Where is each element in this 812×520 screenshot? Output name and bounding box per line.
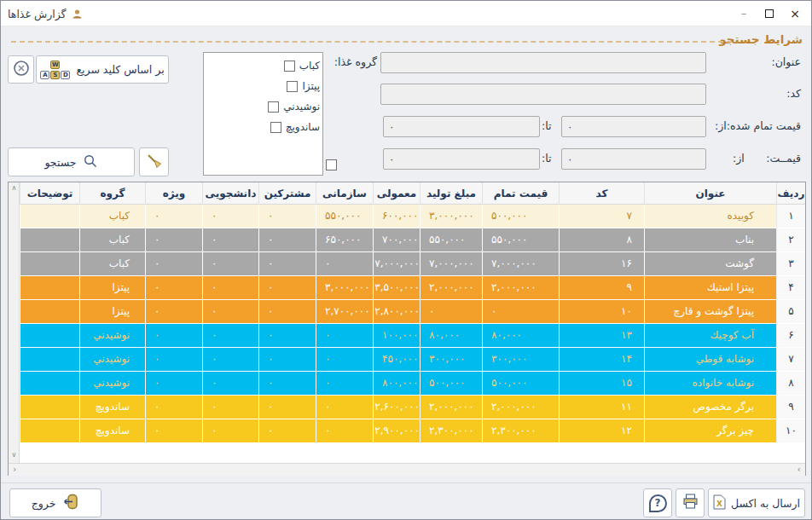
cell-normal-price[interactable]: ۲,۸۰۰,۰۰۰ (373, 300, 420, 324)
column-header-normal-price[interactable]: معمولی (373, 182, 420, 205)
select-all-groups-checkbox[interactable] (326, 159, 337, 170)
column-header-code[interactable]: کد (559, 182, 644, 205)
cell-subscribers-price[interactable]: ۰ (258, 419, 316, 443)
cell-radif[interactable]: ۴ (776, 276, 805, 300)
cell-production-amount[interactable]: ۰ (420, 300, 482, 324)
cell-title[interactable]: برگر مخصوص (644, 396, 776, 419)
table-row[interactable]: ۸نوشابه خانواده۱۵۵۰۰,۰۰۰۵۰۰,۰۰۰۸۰۰,۰۰۰۰۰… (20, 372, 805, 396)
group-option-checkbox[interactable] (270, 122, 281, 133)
clear-quick-key-button[interactable] (8, 55, 34, 84)
cell-notes[interactable] (20, 276, 79, 300)
cell-group[interactable]: نوشیدني (79, 324, 145, 348)
cell-subscribers-price[interactable]: ۰ (258, 205, 316, 228)
cell-radif[interactable]: ۹ (776, 396, 805, 419)
cell-radif[interactable]: ۶ (776, 324, 805, 348)
cell-student-price[interactable]: ۰ (202, 252, 258, 276)
cell-notes[interactable] (20, 205, 79, 228)
cell-code[interactable]: ۱۱ (559, 396, 644, 419)
column-header-organizational-price[interactable]: سازمانی (316, 182, 373, 205)
cell-title[interactable]: چیز برگر (644, 419, 776, 443)
cell-subscribers-price[interactable]: ۰ (258, 396, 316, 419)
quick-key-button[interactable]: W A S D بر اساس کلید سریع (36, 55, 169, 84)
cell-subscribers-price[interactable]: ۰ (258, 372, 316, 396)
cell-production-amount[interactable]: ۵۵۰,۰۰۰ (420, 228, 482, 252)
cell-notes[interactable] (20, 324, 79, 348)
cell-special-price[interactable]: ۰ (145, 372, 202, 396)
scroll-up-icon[interactable]: ∧ (9, 182, 20, 194)
cell-organizational-price[interactable]: ۲,۷۰۰,۰۰۰ (316, 300, 373, 324)
table-row[interactable]: ۵پیتزا گوشت و قارچ۱۰۰۰۲,۸۰۰,۰۰۰۲,۷۰۰,۰۰۰… (20, 300, 805, 324)
cell-special-price[interactable]: ۰ (145, 276, 202, 300)
cell-code[interactable]: ۱۳ (559, 324, 644, 348)
cell-group[interactable]: نوشیدني (79, 372, 145, 396)
cell-code[interactable]: ۱۶ (559, 252, 644, 276)
cell-production-amount[interactable]: ۷,۰۰۰,۰۰۰ (420, 252, 482, 276)
cell-organizational-price[interactable]: ۰ (316, 324, 373, 348)
table-row[interactable]: ۴پیتزا استیك۹۲,۰۰۰,۰۰۰۲,۰۰۰,۰۰۰۳,۵۰۰,۰۰۰… (20, 276, 805, 300)
cell-total-cost[interactable]: ۲,۰۰۰,۰۰۰ (482, 396, 559, 419)
cell-subscribers-price[interactable]: ۰ (258, 276, 316, 300)
help-button[interactable]: ? (643, 488, 672, 517)
group-option-checkbox[interactable] (268, 101, 279, 113)
cell-special-price[interactable]: ۰ (145, 348, 202, 372)
cell-special-price[interactable]: ۰ (145, 324, 202, 348)
cell-student-price[interactable]: ۰ (202, 300, 258, 324)
cell-title[interactable]: نوشابه خانواده (644, 372, 776, 396)
cell-normal-price[interactable]: ۳,۵۰۰,۰۰۰ (373, 276, 420, 300)
cell-organizational-price[interactable]: ۳,۰۰۰,۰۰۰ (316, 276, 373, 300)
column-header-radif[interactable]: ردیف (776, 182, 805, 205)
cell-group[interactable]: ساندویچ (79, 419, 145, 443)
column-header-group[interactable]: گروه (79, 182, 145, 205)
cell-title[interactable]: کوبیده (644, 205, 776, 228)
cell-total-cost[interactable]: ۸۰,۰۰۰ (482, 324, 559, 348)
cell-group[interactable]: پیتزا (79, 276, 145, 300)
cell-title[interactable]: بناب (644, 228, 776, 252)
cell-radif[interactable]: ۱۰ (776, 419, 805, 443)
cell-production-amount[interactable]: ۳۰۰,۰۰۰ (420, 348, 482, 372)
cell-group[interactable]: پیتزا (79, 300, 145, 324)
cost-to-input[interactable] (383, 116, 540, 137)
cell-subscribers-price[interactable]: ۰ (258, 324, 316, 348)
export-excel-button[interactable]: X ارسال به اکسل (708, 488, 805, 517)
table-row[interactable]: ۳گوشت۱۶۷,۰۰۰,۰۰۰۷,۰۰۰,۰۰۰۷,۰۰۰,۰۰۰۰۰۰۰کب… (20, 252, 805, 276)
cell-student-price[interactable]: ۰ (202, 372, 258, 396)
cell-group[interactable]: کباب (79, 252, 145, 276)
cell-group[interactable]: ساندویچ (79, 396, 145, 419)
column-header-title[interactable]: عنوان (644, 182, 776, 205)
search-button[interactable]: جستجو (8, 147, 135, 176)
cell-student-price[interactable]: ۰ (202, 396, 258, 419)
cell-notes[interactable] (20, 252, 79, 276)
column-header-total-cost[interactable]: قیمت تمام (482, 182, 559, 205)
scroll-down-icon[interactable]: ∨ (9, 449, 20, 461)
cell-production-amount[interactable]: ۸۰,۰۰۰ (420, 324, 482, 348)
table-vertical-scrollbar[interactable]: ∧ ∨ (9, 182, 20, 463)
cell-normal-price[interactable]: ۲,۶۰۰,۰۰۰ (373, 396, 420, 419)
cell-code[interactable]: ۷ (559, 205, 644, 228)
cell-student-price[interactable]: ۰ (202, 205, 258, 228)
price-to-input[interactable] (383, 148, 540, 170)
cost-from-input[interactable] (561, 116, 706, 137)
cell-radif[interactable]: ۳ (776, 252, 805, 276)
column-header-student-price[interactable]: دانشجویی (202, 182, 258, 205)
table-row[interactable]: ۱۰چیز برگر۱۲۲,۳۰۰,۰۰۰۲,۳۰۰,۰۰۰۲,۹۰۰,۰۰۰۰… (20, 419, 805, 443)
cell-subscribers-price[interactable]: ۰ (258, 348, 316, 372)
cell-title[interactable]: آب کوچیك (644, 324, 776, 348)
code-input[interactable] (380, 84, 706, 105)
maximize-button[interactable] (757, 2, 782, 25)
cell-student-price[interactable]: ۰ (202, 228, 258, 252)
cell-production-amount[interactable]: ۳,۰۰۰,۰۰۰ (420, 205, 482, 228)
cell-student-price[interactable]: ۰ (202, 324, 258, 348)
cell-group[interactable]: نوشیدني (79, 348, 145, 372)
cell-radif[interactable]: ۸ (776, 372, 805, 396)
cell-code[interactable]: ۹ (559, 276, 644, 300)
table-row[interactable]: ۲بناب۸۵۵۰,۰۰۰۵۵۰,۰۰۰۷۰۰,۰۰۰۶۵۰,۰۰۰۰۰۰کبا… (20, 228, 805, 252)
group-option-checkbox[interactable] (287, 81, 298, 92)
minimize-button[interactable]: – (731, 2, 757, 25)
title-input[interactable] (380, 52, 706, 73)
cell-production-amount[interactable]: ۵۰۰,۰۰۰ (420, 372, 482, 396)
cell-special-price[interactable]: ۰ (145, 396, 202, 419)
close-button[interactable]: × (782, 2, 808, 25)
scroll-right-icon[interactable]: › (798, 464, 801, 477)
price-from-input[interactable] (561, 148, 706, 170)
cell-subscribers-price[interactable]: ۰ (258, 228, 316, 252)
